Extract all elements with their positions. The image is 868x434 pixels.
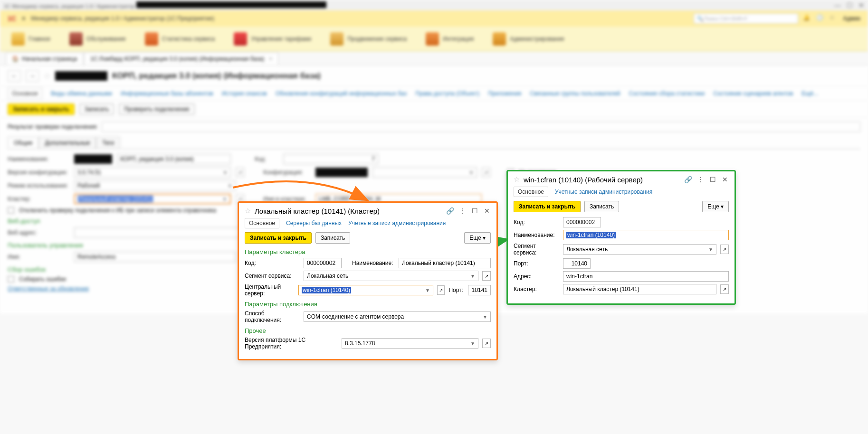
close-icon[interactable]: ✕ <box>483 207 491 215</box>
subtab-rights[interactable]: Права доступа (Объект) <box>415 90 479 97</box>
more-icon[interactable]: ⋮ <box>458 207 466 215</box>
dialog-title: win-1cfran (10140) (Рабочий сервер) <box>524 176 643 184</box>
collect-errors-checkbox[interactable] <box>8 276 14 283</box>
name-input[interactable]: win-1cfran (10140) <box>563 230 729 240</box>
open-icon[interactable]: ↗ <box>437 285 445 295</box>
nav-integration[interactable]: Интеграция <box>426 32 474 46</box>
responsible-link[interactable]: Ответственные за обновление <box>8 285 89 292</box>
addr-input[interactable] <box>563 271 729 282</box>
star-icon[interactable]: ☆ <box>514 175 520 184</box>
save-close-button[interactable]: Записать и закрыть <box>245 232 312 244</box>
back-button[interactable]: ← <box>8 70 21 82</box>
star-icon[interactable]: ☆ <box>830 14 838 23</box>
result-input[interactable] <box>102 122 860 132</box>
user-name-input[interactable] <box>74 252 236 262</box>
subtab-stats[interactable]: Состояние сбора статистики <box>629 90 705 97</box>
plat-label: Версия платформы 1С Предприятия: <box>245 337 338 350</box>
conf-select[interactable]: ▼ <box>372 167 477 178</box>
minimize-icon[interactable]: — <box>834 1 841 9</box>
link-icon[interactable]: 🔗 <box>684 176 692 183</box>
code-label: Код: <box>514 219 559 226</box>
port-input[interactable] <box>563 258 591 269</box>
bell-icon[interactable]: 🔔 <box>803 14 811 23</box>
subtab-updates[interactable]: Обновления конфигураций информационных б… <box>276 90 407 97</box>
seg-select[interactable]: Локальная сеть▼ <box>304 271 478 281</box>
subtab-ib[interactable]: Информационные базы абонентов <box>121 90 213 97</box>
section-other: Прочее <box>245 327 491 334</box>
open-icon[interactable]: ↗ <box>720 245 729 254</box>
maximize-icon[interactable]: ☐ <box>709 176 716 183</box>
tab-home[interactable]: Начальная страница <box>6 52 83 65</box>
open-icon[interactable]: ↗ <box>236 168 244 177</box>
name-input[interactable] <box>399 258 491 268</box>
name-input[interactable] <box>117 154 231 164</box>
name-label: Наименование: <box>514 232 559 238</box>
user-label[interactable]: Админ <box>843 15 860 22</box>
save-button[interactable]: Записать <box>315 232 350 244</box>
nav-admin[interactable]: Администрирование <box>493 32 564 46</box>
star-icon[interactable]: ☆ <box>245 207 251 215</box>
more-icon[interactable]: ⋮ <box>696 176 704 183</box>
disable-check-label: Отключить проверку подключения к ИБ при … <box>19 207 216 214</box>
subtab-scenarios[interactable]: Состояние сценариев агентов <box>713 90 793 97</box>
cluster-input[interactable] <box>563 284 716 294</box>
subtab-sessions[interactable]: История сеансов <box>222 90 267 97</box>
save-button[interactable]: Записать <box>584 201 619 212</box>
open-icon[interactable]: ↗ <box>482 168 490 177</box>
nav-main[interactable]: Главное <box>11 32 50 46</box>
search-input[interactable]: 🔍 Поиск Ctrl+Shift+F <box>694 13 798 24</box>
subtab-groups[interactable]: Связанные группы пользователей <box>530 90 620 97</box>
seg-select[interactable]: Локальная сеть▼ <box>563 244 716 255</box>
port-label: Порт: <box>514 260 559 267</box>
tab-document[interactable]: 1С:Ломбард КОРП, редакция 3.0 (копия) (И… <box>84 52 278 65</box>
dtab-admin[interactable]: Учетные записи администрирования <box>555 189 652 195</box>
forward-button[interactable]: → <box>26 70 39 82</box>
open-icon[interactable]: ↗ <box>482 339 491 348</box>
code-input[interactable] <box>563 217 601 227</box>
open-icon[interactable]: ↗ <box>720 284 729 294</box>
cluster-select[interactable]: Локальный кластер (10141)▼ <box>74 194 231 204</box>
maximize-icon[interactable]: ☐ <box>471 207 478 215</box>
plat-select[interactable]: 8.3.15.1778▼ <box>342 338 478 349</box>
save-button[interactable]: Записать <box>79 104 114 115</box>
ver-select[interactable]: 3.0.74.51▼ <box>74 167 231 178</box>
name-label: Наименование: <box>8 156 69 162</box>
dtab-db[interactable]: Серверы баз данных <box>286 220 342 226</box>
open-icon[interactable]: ↗ <box>482 271 491 281</box>
link-icon[interactable]: 🔗 <box>446 207 454 215</box>
more-button[interactable]: Еще ▾ <box>464 232 491 244</box>
history-icon[interactable]: 🕓 <box>816 14 825 23</box>
close-icon[interactable]: ✕ <box>858 1 864 9</box>
subtab-main[interactable]: Основное <box>8 88 42 99</box>
save-close-button[interactable]: Записать и закрыть <box>8 104 75 115</box>
nav-tariffs[interactable]: Управление тарифами <box>234 32 311 46</box>
csrv-select[interactable]: win-1cfran (10140)▼ <box>298 285 433 295</box>
dtab-admin[interactable]: Учетные записи администрирования <box>348 220 446 226</box>
disable-check-checkbox[interactable] <box>8 207 14 214</box>
subtab-apps[interactable]: Приложения <box>488 90 521 97</box>
check-conn-button[interactable]: Проверить подключение <box>119 104 194 115</box>
subtab-more[interactable]: Ещё... <box>801 90 818 97</box>
conn-select[interactable]: COM-соединение с агентом сервера▼ <box>304 311 491 322</box>
code-input[interactable] <box>304 258 342 268</box>
save-close-button[interactable]: Записать и закрыть <box>514 201 581 212</box>
maximize-icon[interactable]: ☐ <box>847 1 853 9</box>
more-button[interactable]: Еще ▾ <box>702 201 729 212</box>
dtab-main[interactable]: Основное <box>514 187 548 197</box>
tab-tags[interactable]: Теги <box>96 137 120 149</box>
mode-select[interactable]: Рабочий▼ <box>74 180 236 191</box>
nav-service[interactable]: Обслуживание <box>69 32 126 46</box>
tab-additional[interactable]: Дополнительные <box>38 137 96 149</box>
port-input[interactable] <box>468 285 491 295</box>
nav-promo[interactable]: Продвижение сервиса <box>330 32 407 46</box>
menu-icon[interactable]: ≡ <box>22 15 25 22</box>
tab-general[interactable]: Общие <box>8 137 38 149</box>
close-icon[interactable]: × <box>269 56 272 62</box>
code-input[interactable] <box>283 154 378 164</box>
nav-stats[interactable]: Статистика сервиса <box>145 32 215 46</box>
close-icon[interactable]: ✕ <box>721 176 729 183</box>
dtab-main[interactable]: Основное <box>245 218 279 228</box>
subtab-exchange[interactable]: Виды обмена данными <box>51 90 112 97</box>
conn-label: Способ подключения: <box>245 310 300 323</box>
favorite-icon[interactable]: ☆ <box>44 71 50 80</box>
